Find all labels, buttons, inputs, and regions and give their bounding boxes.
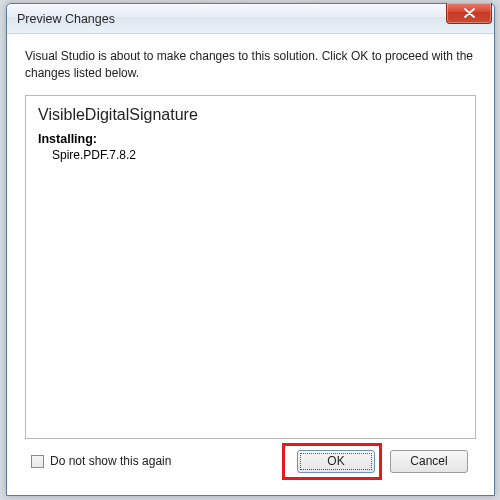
checkbox-label: Do not show this again bbox=[50, 454, 171, 468]
project-name: VisibleDigitalSignature bbox=[38, 106, 463, 124]
dialog-body: Visual Studio is about to make changes t… bbox=[7, 34, 494, 495]
do-not-show-checkbox[interactable] bbox=[31, 455, 44, 468]
dialog-message: Visual Studio is about to make changes t… bbox=[25, 48, 476, 83]
ok-button[interactable]: OK bbox=[297, 450, 375, 473]
changes-list[interactable]: VisibleDigitalSignature Installing: Spir… bbox=[25, 95, 476, 439]
ok-highlight: OK bbox=[282, 443, 382, 480]
list-item: Spire.PDF.7.8.2 bbox=[38, 148, 463, 162]
background-window: NuGet Package Manager Preview Changes Vi… bbox=[0, 0, 500, 500]
close-icon bbox=[464, 8, 475, 18]
dialog-title: Preview Changes bbox=[17, 12, 115, 26]
titlebar[interactable]: Preview Changes bbox=[7, 4, 494, 34]
preview-changes-dialog: Preview Changes Visual Studio is about t… bbox=[6, 3, 495, 496]
cancel-button[interactable]: Cancel bbox=[390, 450, 468, 473]
dialog-footer: Do not show this again OK Cancel bbox=[25, 439, 476, 483]
action-heading: Installing: bbox=[38, 132, 463, 146]
close-button[interactable] bbox=[446, 3, 492, 24]
